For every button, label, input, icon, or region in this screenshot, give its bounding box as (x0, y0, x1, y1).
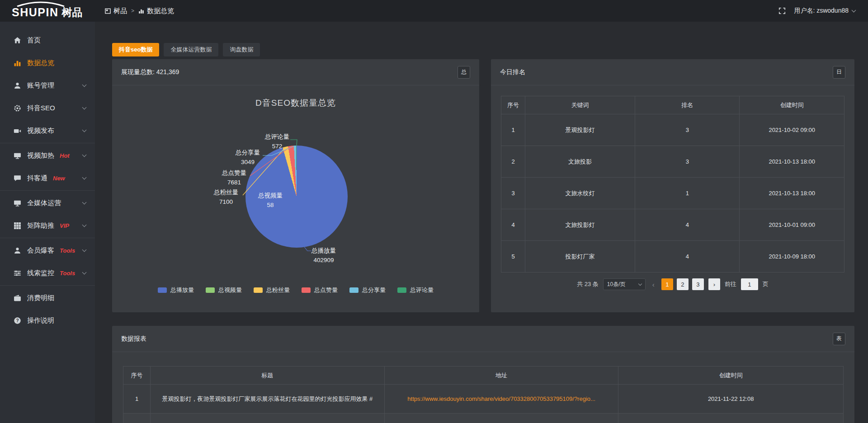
table-cell: 景观投影灯 (525, 114, 635, 146)
svg-text:?: ? (16, 318, 19, 323)
chart-legend: 总播放量总视频量总粉丝量总点赞量总分享量总评论量 (112, 286, 479, 294)
video-link[interactable]: https://www.iesdouyin.com/share/video/70… (407, 395, 595, 402)
index-cell: 1 (123, 385, 151, 414)
table-cell: 文旅投影 (525, 146, 635, 178)
page-button[interactable]: 1 (661, 278, 673, 290)
sidebar-item-tag: New (53, 175, 65, 182)
sidebar-item-label: 全媒体运营 (27, 199, 61, 207)
sidebar-item-label: 操作说明 (27, 316, 54, 325)
table-cell: 2021-10-02 09:00 (740, 114, 844, 146)
ranking-panel-header: 今日排名 日 (491, 59, 854, 85)
pie-label: 总粉丝量7100 (214, 188, 238, 207)
page-button[interactable]: 2 (677, 278, 689, 290)
report-title: 数据报表 (121, 335, 146, 343)
goto-label: 前往 (725, 280, 736, 288)
legend-swatch (206, 287, 215, 293)
tab-inquiry[interactable]: 询盘数据 (223, 43, 260, 56)
table-row (123, 414, 844, 423)
sidebar-item[interactable]: 会员爆客Tools (0, 239, 95, 262)
sidebar-item-label: 数据总览 (27, 59, 54, 67)
table-mode-button[interactable]: 表 (833, 333, 845, 345)
legend-label: 总评论量 (410, 286, 434, 294)
goto-page-input[interactable] (741, 278, 758, 290)
legend-label: 总粉丝量 (266, 286, 290, 294)
table-cell: 2021-10-13 18:00 (740, 146, 844, 178)
user-icon (14, 247, 21, 254)
main-content: 抖音seo数据 全媒体运营数据 询盘数据 展现量总数: 421,369 总 D音… (95, 22, 868, 423)
column-header: 排名 (635, 96, 740, 114)
bar-chart-icon (138, 8, 144, 14)
chevron-down-icon (82, 270, 87, 275)
sidebar-item[interactable]: 视频发布 (0, 119, 95, 142)
chevron-down-icon (852, 8, 856, 12)
grid-icon (14, 222, 21, 230)
legend-item[interactable]: 总播放量 (158, 286, 194, 294)
top-bar-right: 用户名: zswodun88 (778, 7, 868, 15)
legend-label: 总分享量 (362, 286, 386, 294)
page-buttons: 123 (661, 278, 704, 290)
breadcrumb-item-home[interactable]: 树品 (105, 7, 127, 15)
title-cell: 景观投影灯，夜游景观投影灯厂家展示展示落花灯在花园里的灯光投影应用效果 # (151, 385, 385, 414)
legend-item[interactable]: 总点赞量 (302, 286, 338, 294)
sidebar-item[interactable]: 消费明细 (0, 287, 95, 309)
pie-label: 总播放量402909 (311, 246, 336, 265)
breadcrumb-item-current[interactable]: 数据总览 (138, 7, 174, 15)
video-camera-icon (14, 127, 21, 135)
prev-page-button[interactable]: ‹ (650, 281, 657, 288)
question-icon: ? (14, 317, 21, 324)
sidebar-divider (0, 285, 95, 286)
url-cell: https://www.iesdouyin.com/share/video/70… (384, 385, 618, 414)
impressions-total-label: 展现量总数: 421,369 (121, 68, 179, 76)
sidebar-item[interactable]: 账号管理 (0, 74, 95, 97)
sidebar-divider (0, 190, 95, 191)
total-mode-button[interactable]: 总 (458, 66, 470, 79)
logo-arc (14, 1, 67, 7)
sidebar-item[interactable]: 视频加热Hot (0, 144, 95, 167)
monitor-icon (14, 199, 21, 207)
breadcrumb-separator: > (131, 8, 134, 14)
chevron-down-icon (82, 83, 87, 87)
legend-item[interactable]: 总评论量 (397, 286, 434, 294)
sidebar-item-tag: Tools (60, 270, 75, 277)
ranking-table-wrap: 序号关键词排名创建时间 1景观投影灯32021-10-02 09:002文旅投影… (491, 85, 854, 290)
pie-label: 总点赞量7681 (222, 168, 246, 187)
sidebar-item[interactable]: 首页 (0, 29, 95, 52)
sidebar-divider (0, 143, 95, 143)
sidebar-item[interactable]: 矩阵助推VIP (0, 214, 95, 237)
page-size-select[interactable]: 10条/页 (603, 278, 646, 290)
table-row: 2文旅投影32021-10-13 18:00 (501, 146, 844, 178)
data-tabs: 抖音seo数据 全媒体运营数据 询盘数据 (112, 43, 854, 56)
sidebar-item[interactable]: 数据总览 (0, 52, 95, 74)
chevron-down-icon (82, 175, 87, 180)
table-cell: 4 (501, 209, 525, 241)
top-bar: SHUPIN 树品 树品 > 数据总览 用户名: zswodun88 (0, 0, 868, 22)
sidebar-item[interactable]: ?操作说明 (0, 309, 95, 332)
goto-suffix: 页 (763, 280, 769, 288)
next-page-button[interactable]: › (708, 278, 720, 290)
chevron-down-icon (82, 248, 87, 252)
logo-text-cn: 树品 (61, 5, 82, 19)
tab-media-operation[interactable]: 全媒体运营数据 (164, 43, 218, 56)
sidebar-item-label: 账号管理 (27, 81, 54, 90)
sidebar-item[interactable]: 线索监控Tools (0, 262, 95, 284)
sidebar-item-label: 视频发布 (27, 127, 54, 135)
sidebar: 首页数据总览账号管理抖音SEO视频发布视频加热Hot抖客通New全媒体运营矩阵助… (0, 22, 95, 423)
legend-label: 总播放量 (170, 286, 194, 294)
table-cell (151, 414, 385, 423)
legend-item[interactable]: 总粉丝量 (254, 286, 290, 294)
sidebar-item[interactable]: 抖音SEO (0, 97, 95, 119)
pie-label: 总评论量572 (265, 132, 289, 151)
bar-chart-icon (14, 59, 21, 67)
user-menu[interactable]: 用户名: zswodun88 (794, 7, 855, 15)
tab-douyin-seo[interactable]: 抖音seo数据 (112, 43, 159, 56)
sidebar-item[interactable]: 抖客通New (0, 167, 95, 189)
sidebar-item-tag: VIP (60, 222, 69, 229)
chevron-down-icon (82, 223, 87, 227)
sidebar-item[interactable]: 全媒体运营 (0, 192, 95, 214)
legend-item[interactable]: 总分享量 (349, 286, 386, 294)
day-mode-button[interactable]: 日 (833, 66, 845, 79)
chart-title: D音SEO数据量总览 (112, 97, 479, 109)
page-button[interactable]: 3 (692, 278, 704, 290)
legend-item[interactable]: 总视频量 (206, 286, 242, 294)
fullscreen-icon[interactable] (778, 7, 786, 14)
